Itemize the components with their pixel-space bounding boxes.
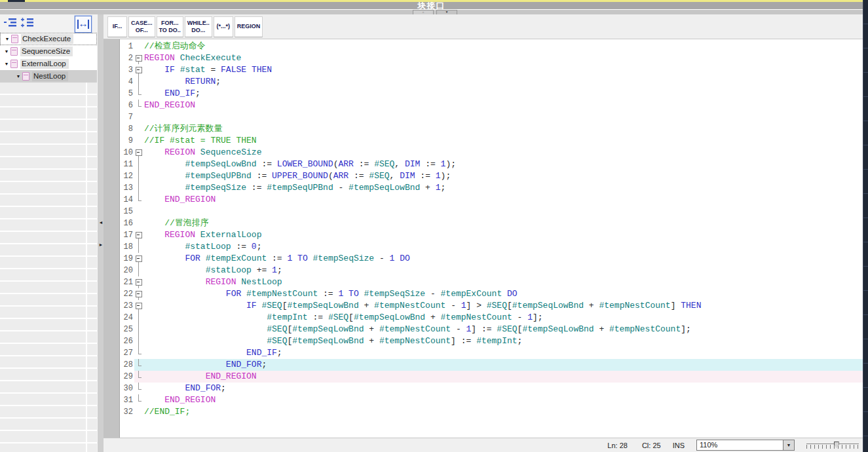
code-text: //IF #stat = TRUE THEN	[144, 135, 257, 147]
fold-guide	[134, 123, 144, 135]
toolbar-button-while-do[interactable]: WHILE..DO...	[185, 16, 212, 37]
code-text: END_REGION	[144, 194, 216, 206]
expand-triangle-icon[interactable]: ▼	[14, 74, 22, 79]
line-number: 4	[120, 76, 134, 88]
fold-collapse-icon[interactable]	[134, 276, 144, 288]
code-text: END_IF;	[144, 88, 200, 100]
fold-collapse-icon[interactable]	[134, 229, 144, 241]
code-line-20[interactable]: 20 #statLoop += 1;	[120, 265, 863, 276]
tree-item-externalloop[interactable]: ▼ExternalLoop	[0, 58, 97, 70]
code-line-8[interactable]: 8//计算序列元素数量	[120, 123, 863, 135]
line-number: 22	[120, 288, 134, 300]
tree-item-label: NestLoop	[32, 71, 68, 81]
code-line-3[interactable]: 3 IF #stat = FALSE THEN	[120, 64, 863, 76]
region-icon	[10, 47, 18, 56]
fold-guide	[134, 371, 144, 383]
code-line-2[interactable]: 2REGION CheckExecute	[120, 52, 863, 64]
code-text: #SEQ[#tempSeqLowBnd + #tempNestCount - 1…	[144, 324, 691, 335]
fold-box-minus-icon[interactable]	[136, 67, 142, 73]
line-number: 26	[120, 335, 134, 347]
code-line-5[interactable]: 5 END_IF;	[120, 88, 863, 100]
collapse-all-icon[interactable]	[4, 18, 18, 28]
code-line-12[interactable]: 12 #tempSeqUPBnd := UPPER_BOUND(ARR := #…	[120, 170, 863, 182]
code-line-24[interactable]: 24 #tempInt := #SEQ[#tempSeqLowBnd + #te…	[120, 312, 863, 324]
expand-triangle-icon[interactable]: ▼	[3, 49, 10, 54]
pane-splitter[interactable]: ◄ ►	[97, 14, 104, 452]
tree-item-label: CheckExecute	[21, 34, 73, 44]
code-line-30[interactable]: 30 END_FOR;	[120, 383, 863, 394]
line-number: 6	[120, 100, 134, 111]
fold-collapse-icon[interactable]	[134, 52, 144, 64]
fold-box-minus-icon[interactable]	[136, 55, 142, 62]
fold-box-minus-icon[interactable]	[136, 303, 142, 309]
toolbar-button-for-to-do[interactable]: FOR...TO DO..	[157, 16, 183, 37]
toolbar-button-if[interactable]: IF...	[107, 16, 127, 37]
code-line-28[interactable]: 28 END_FOR;	[120, 359, 863, 371]
fold-box-minus-icon[interactable]	[136, 232, 142, 238]
zoom-level-select[interactable]: 110% ▼	[696, 440, 795, 451]
line-number: 17	[120, 229, 134, 241]
code-line-15[interactable]: 15	[120, 206, 863, 217]
fold-box-minus-icon[interactable]	[136, 279, 142, 286]
line-number: 19	[120, 253, 134, 265]
code-line-13[interactable]: 13 #tempSeqSize := #tempSeqUPBnd - #temp…	[120, 182, 863, 194]
line-number: 2	[120, 52, 134, 64]
tree-item-checkexecute[interactable]: ▼CheckExecute	[0, 33, 97, 45]
toolbar-button-case-of[interactable]: CASE...OF...	[128, 16, 155, 37]
expand-triangle-icon[interactable]: ▼	[3, 37, 11, 41]
expand-triangle-icon[interactable]: ▼	[3, 62, 10, 66]
code-line-10[interactable]: 10 REGION SequenceSize	[120, 147, 863, 159]
right-docked-panel-edge	[863, 0, 868, 452]
tree-item-nestloop[interactable]: ▼NestLoop	[0, 70, 97, 83]
code-line-23[interactable]: 23 IF #SEQ[#tempSeqLowBnd + #tempNestCou…	[120, 300, 863, 312]
code-line-1[interactable]: 1//检查启动命令	[120, 41, 863, 52]
code-line-32[interactable]: 32//END_IF;	[120, 406, 863, 418]
code-text: #tempSeqUPBnd := UPPER_BOUND(ARR := #SEQ…	[144, 170, 451, 182]
code-line-29[interactable]: 29 END_REGION	[120, 371, 863, 383]
code-line-22[interactable]: 22 FOR #tempNestCount := 1 TO #tempSeqSi…	[120, 288, 863, 300]
fold-guide	[134, 159, 144, 170]
code-line-9[interactable]: 9//IF #stat = TRUE THEN	[120, 135, 863, 147]
code-line-21[interactable]: 21 REGION NestLoop	[120, 276, 863, 288]
fold-guide	[134, 312, 144, 324]
code-text: END_REGION	[144, 100, 195, 111]
code-line-6[interactable]: 6END_REGION	[120, 100, 863, 111]
code-area[interactable]: 1//检查启动命令2REGION CheckExecute3 IF #stat …	[104, 39, 863, 438]
zoom-level-value: 110%	[700, 441, 717, 449]
code-line-4[interactable]: 4 RETURN;	[120, 76, 863, 88]
line-number: 28	[120, 359, 134, 371]
zoom-slider[interactable]	[806, 442, 859, 449]
fold-guide	[134, 217, 144, 229]
fold-collapse-icon[interactable]	[134, 253, 144, 265]
tree-item-sequencesize[interactable]: ▼SequenceSize	[0, 45, 97, 58]
code-line-27[interactable]: 27 END_IF;	[120, 347, 863, 359]
code-line-7[interactable]: 7	[120, 111, 863, 123]
fold-collapse-icon[interactable]	[134, 64, 144, 76]
chevron-down-icon[interactable]: ▼	[783, 440, 794, 450]
code-line-31[interactable]: 31 END_REGION	[120, 394, 863, 406]
code-line-16[interactable]: 16 //冒泡排序	[120, 217, 863, 229]
code-line-18[interactable]: 18 #statLoop := 0;	[120, 241, 863, 253]
fold-collapse-icon[interactable]	[134, 300, 144, 312]
fold-collapse-icon[interactable]	[134, 288, 144, 300]
fold-box-minus-icon[interactable]	[136, 255, 142, 262]
code-line-14[interactable]: 14 END_REGION	[120, 194, 863, 206]
fold-collapse-icon[interactable]	[134, 147, 144, 159]
code-line-11[interactable]: 11 #tempSeqLowBnd := LOWER_BOUND(ARR := …	[120, 159, 863, 170]
sync-split-icon[interactable]: ↔	[75, 16, 92, 33]
line-number: 25	[120, 324, 134, 335]
code-text: #tempSeqSize := #tempSeqUPBnd - #tempSeq…	[144, 182, 445, 194]
toolbar-button-comment[interactable]: (*...*)	[214, 16, 233, 37]
code-text: IF #stat = FALSE THEN	[144, 64, 272, 76]
code-line-19[interactable]: 19 FOR #tempExCount := 1 TO #tempSeqSize…	[120, 253, 863, 265]
code-line-26[interactable]: 26 #SEQ[#tempSeqLowBnd + #tempNestCount]…	[120, 335, 863, 347]
status-line-indicator: Ln: 28	[607, 442, 628, 449]
fold-box-minus-icon[interactable]	[136, 291, 142, 297]
code-line-25[interactable]: 25 #SEQ[#tempSeqLowBnd + #tempNestCount …	[120, 324, 863, 335]
fold-box-minus-icon[interactable]	[136, 149, 142, 156]
code-line-17[interactable]: 17 REGION ExternalLoop	[120, 229, 863, 241]
line-number: 24	[120, 312, 134, 324]
toolbar-button-region[interactable]: REGION	[235, 16, 263, 37]
expand-all-icon[interactable]	[21, 18, 35, 28]
fold-guide	[134, 241, 144, 253]
